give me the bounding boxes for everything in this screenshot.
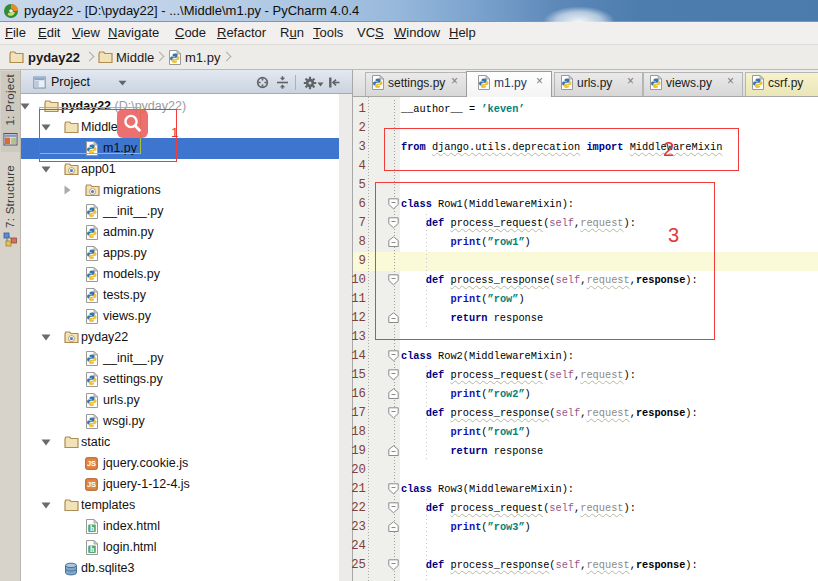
svg-text:JS: JS bbox=[87, 459, 96, 468]
svg-text:JS: JS bbox=[87, 480, 96, 489]
